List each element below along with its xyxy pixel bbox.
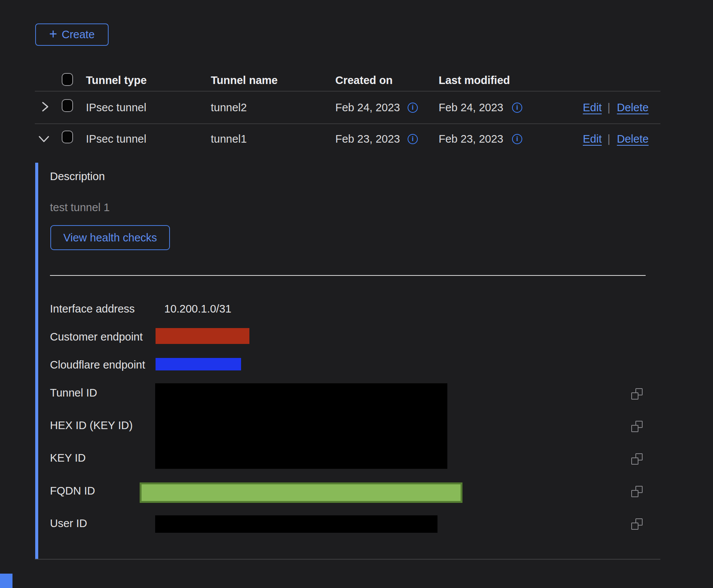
chevron-right-icon[interactable] xyxy=(39,101,51,113)
created-on-cell: Feb 24, 2023 xyxy=(335,101,400,114)
corner-accent xyxy=(0,574,12,588)
user-id-redaction xyxy=(155,515,437,533)
column-header-tunnel-type: Tunnel type xyxy=(86,74,147,87)
modified-info-icon[interactable]: i xyxy=(512,103,522,113)
view-health-checks-button[interactable]: View health checks xyxy=(50,225,170,250)
fqdn-id-redaction xyxy=(140,482,462,503)
action-separator: | xyxy=(607,101,610,114)
copy-key-id-icon[interactable] xyxy=(631,453,643,465)
expanded-row-indicator-bar xyxy=(35,163,38,559)
plus-icon: + xyxy=(49,27,57,41)
last-modified-cell: Feb 24, 2023 xyxy=(439,101,503,114)
tunnel-name-cell: tunnel1 xyxy=(211,133,247,145)
created-info-icon[interactable]: i xyxy=(408,134,418,144)
row-checkbox-tunnel1[interactable] xyxy=(62,131,73,143)
column-header-created-on: Created on xyxy=(335,74,392,87)
column-header-last-modified: Last modified xyxy=(439,74,510,87)
customer-endpoint-redaction xyxy=(156,328,249,344)
edit-link[interactable]: Edit xyxy=(583,101,602,114)
header-divider xyxy=(35,91,660,92)
column-header-tunnel-name: Tunnel name xyxy=(211,74,278,87)
customer-endpoint-label: Customer endpoint xyxy=(50,331,143,343)
row-divider xyxy=(35,123,660,124)
action-separator: | xyxy=(607,133,610,145)
tunnels-page: + Create Tunnel type Tunnel name Created… xyxy=(0,0,713,588)
select-all-checkbox[interactable] xyxy=(62,73,73,86)
tunnel-name-cell: tunnel2 xyxy=(211,101,247,114)
user-id-label: User ID xyxy=(50,517,87,530)
chevron-down-icon[interactable] xyxy=(37,133,51,145)
tunnel-type-cell: IPsec tunnel xyxy=(86,133,146,145)
cloudflare-endpoint-redaction xyxy=(156,358,241,370)
interface-address-label: Interface address xyxy=(50,303,135,315)
description-value: test tunnel 1 xyxy=(50,201,110,214)
row-checkbox-tunnel2[interactable] xyxy=(62,99,73,112)
hex-id-label: HEX ID (KEY ID) xyxy=(50,419,133,432)
tunnel-type-cell: IPsec tunnel xyxy=(86,101,146,114)
copy-user-id-icon[interactable] xyxy=(631,518,643,530)
create-button[interactable]: + Create xyxy=(35,23,109,46)
copy-fqdn-id-icon[interactable] xyxy=(631,486,643,497)
copy-hex-id-icon[interactable] xyxy=(631,421,643,432)
copy-tunnel-id-icon[interactable] xyxy=(631,388,643,400)
description-label: Description xyxy=(50,170,105,183)
edit-link[interactable]: Edit xyxy=(583,133,602,145)
ids-redaction-block xyxy=(155,383,447,469)
delete-link[interactable]: Delete xyxy=(617,101,649,114)
delete-link[interactable]: Delete xyxy=(617,133,649,145)
modified-info-icon[interactable]: i xyxy=(512,134,522,144)
created-on-cell: Feb 23, 2023 xyxy=(335,133,400,145)
tunnel-id-label: Tunnel ID xyxy=(50,387,97,399)
cloudflare-endpoint-label: Cloudflare endpoint xyxy=(50,359,145,371)
key-id-label: KEY ID xyxy=(50,452,86,464)
create-button-label: Create xyxy=(62,28,95,41)
fqdn-id-label: FQDN ID xyxy=(50,485,95,497)
interface-address-value: 10.200.1.0/31 xyxy=(164,303,231,315)
last-modified-cell: Feb 23, 2023 xyxy=(439,133,503,145)
table-bottom-border xyxy=(35,559,660,560)
section-divider xyxy=(50,275,646,276)
created-info-icon[interactable]: i xyxy=(408,103,418,113)
